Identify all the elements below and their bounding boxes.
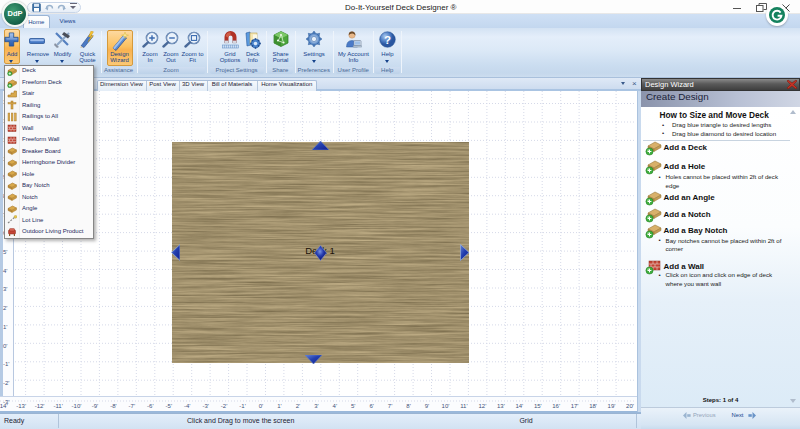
- svg-text:?: ?: [384, 34, 391, 46]
